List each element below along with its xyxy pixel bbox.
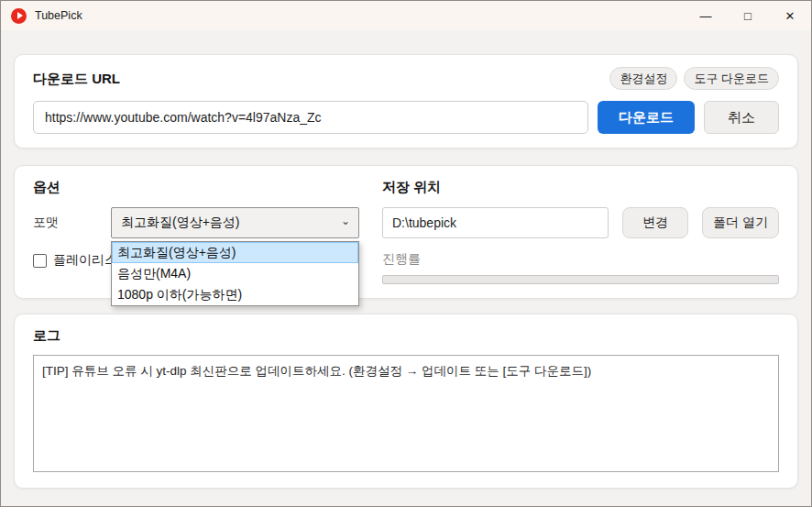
settings-button[interactable]: 환경설정 xyxy=(609,67,677,90)
save-path-input[interactable] xyxy=(382,207,609,238)
progress-bar xyxy=(382,275,779,284)
open-folder-button[interactable]: 폴더 열기 xyxy=(702,207,779,238)
url-input[interactable] xyxy=(33,101,588,134)
format-label: 포맷 xyxy=(33,215,111,231)
maximize-button[interactable]: □ xyxy=(727,1,769,30)
save-location-title: 저장 위치 xyxy=(382,178,779,196)
log-output[interactable]: [TIP] 유튜브 오류 시 yt-dlp 최신판으로 업데이트하세요. (환경… xyxy=(33,355,779,472)
options-column: 옵션 포맷 최고화질(영상+음성) ⌄ 최고화질(영상+음성) 음성만(M4A)… xyxy=(33,178,359,284)
log-card: 로그 [TIP] 유튜브 오류 시 yt-dlp 최신판으로 업데이트하세요. … xyxy=(14,314,798,489)
app-logo-play-icon xyxy=(11,8,27,24)
options-card: 옵션 포맷 최고화질(영상+음성) ⌄ 최고화질(영상+음성) 음성만(M4A)… xyxy=(14,165,798,299)
download-url-card: 다운로드 URL 환경설정 도구 다운로드 다운로드 취소 xyxy=(14,54,798,149)
app-title: TubePick xyxy=(35,9,82,22)
app-window: TubePick — □ ✕ 다운로드 URL 환경설정 도구 다운로드 다운로… xyxy=(0,0,812,507)
window-body: 다운로드 URL 환경설정 도구 다운로드 다운로드 취소 옵션 포맷 최고화질… xyxy=(1,30,811,489)
chevron-down-icon: ⌄ xyxy=(341,215,350,226)
format-option-1080p[interactable]: 1080p 이하(가능하면) xyxy=(112,284,358,305)
change-path-button[interactable]: 변경 xyxy=(622,207,688,238)
format-selected-value: 최고화질(영상+음성) xyxy=(121,215,240,231)
download-button[interactable]: 다운로드 xyxy=(598,101,695,134)
save-location-column: 저장 위치 변경 폴더 열기 진행률 xyxy=(382,178,779,284)
format-option-best[interactable]: 최고화질(영상+음성) xyxy=(112,242,358,263)
minimize-button[interactable]: — xyxy=(685,1,727,30)
options-title: 옵션 xyxy=(33,178,359,196)
cancel-button[interactable]: 취소 xyxy=(704,101,779,134)
progress-label: 진행률 xyxy=(382,251,779,268)
log-title: 로그 xyxy=(33,326,779,345)
download-url-title: 다운로드 URL xyxy=(33,70,120,88)
format-combobox[interactable]: 최고화질(영상+음성) ⌄ xyxy=(111,207,359,238)
tools-download-button[interactable]: 도구 다운로드 xyxy=(684,67,779,90)
close-button[interactable]: ✕ xyxy=(769,1,811,30)
format-option-audio[interactable]: 음성만(M4A) xyxy=(112,263,358,284)
window-controls: — □ ✕ xyxy=(685,1,811,30)
titlebar: TubePick — □ ✕ xyxy=(1,1,811,30)
playlist-checkbox[interactable] xyxy=(33,254,47,268)
format-dropdown-list: 최고화질(영상+음성) 음성만(M4A) 1080p 이하(가능하면) xyxy=(111,241,359,306)
